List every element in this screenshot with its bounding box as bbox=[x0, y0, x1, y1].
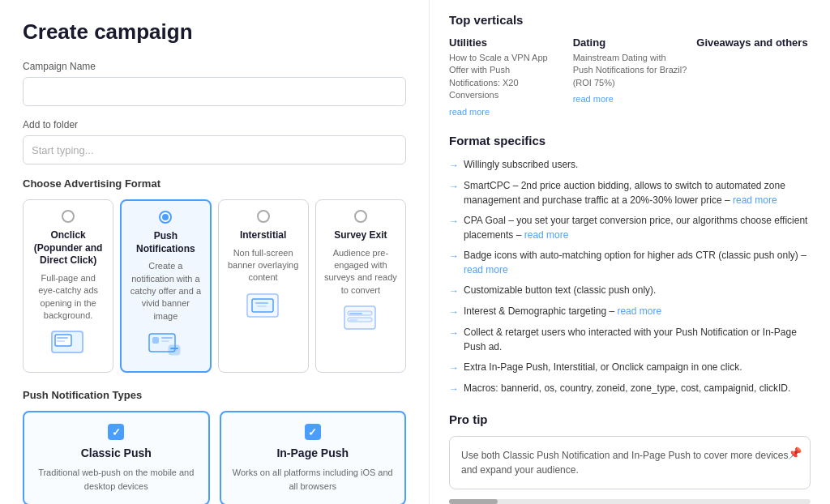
spec-link-2[interactable]: read more bbox=[733, 194, 777, 206]
push-card-inpage[interactable]: ✓ In-Page Push Works on all platforms in… bbox=[220, 411, 407, 504]
spec-text-9: Macros: bannerid, os, country, zoneid, z… bbox=[464, 381, 790, 395]
spec-text-4: Badge icons with auto-matching option fo… bbox=[464, 248, 811, 277]
spec-text-5: Customizable button text (classic push o… bbox=[464, 283, 656, 297]
spec-item-8: → Extra In-Page Push, Interstitial, or O… bbox=[449, 360, 811, 375]
arrow-icon-7: → bbox=[449, 326, 459, 340]
format-title-onclick: Onclick (Popunder and Direct Click) bbox=[32, 229, 105, 267]
format-specifics-list: → Willingly subscribed users. → SmartCPC… bbox=[449, 157, 811, 396]
radio-onclick bbox=[62, 210, 75, 223]
spec-text-6: Interest & Demographic targeting – read … bbox=[464, 304, 661, 318]
checkbox-classic: ✓ bbox=[108, 424, 124, 440]
spec-item-6: → Interest & Demographic targeting – rea… bbox=[449, 304, 811, 319]
arrow-icon-3: → bbox=[449, 214, 459, 229]
arrow-icon-9: → bbox=[449, 382, 459, 396]
campaign-name-label: Campaign Name bbox=[23, 61, 406, 72]
svg-rect-2 bbox=[57, 337, 68, 339]
left-panel: Create campaign Campaign Name Add to fol… bbox=[0, 0, 430, 504]
arrow-icon-8: → bbox=[449, 361, 459, 375]
campaign-name-input[interactable] bbox=[23, 77, 406, 106]
pro-tip-box: 📌 Use both Classic Push Notification and… bbox=[449, 436, 811, 489]
vertical-card-giveaways: Giveaways and others bbox=[696, 36, 811, 117]
push-types-label: Push Notification Types bbox=[23, 389, 406, 401]
format-desc-interstitial: Non full-screen banner overlaying conten… bbox=[227, 247, 300, 284]
svg-rect-5 bbox=[152, 337, 159, 344]
svg-rect-13 bbox=[257, 305, 267, 307]
format-desc-survey-exit: Audience pre-engaged with surveys and re… bbox=[324, 247, 397, 297]
svg-rect-9 bbox=[170, 348, 178, 349]
spec-text-7: Collect & retarget users who interacted … bbox=[464, 325, 811, 354]
spec-text-2: SmartCPC – 2nd price auction bidding, al… bbox=[464, 178, 811, 207]
pro-tip-text: Use both Classic Push Notification and I… bbox=[461, 450, 789, 476]
format-icon-interstitial bbox=[227, 291, 300, 323]
format-title-interstitial: Interstitial bbox=[227, 229, 300, 242]
spec-link-4[interactable]: read more bbox=[464, 264, 508, 275]
svg-rect-3 bbox=[57, 340, 65, 342]
format-card-interstitial[interactable]: Interstitial Non full-screen banner over… bbox=[218, 199, 309, 373]
vertical-card-dating: Dating Mainstream Dating with Push Notif… bbox=[573, 36, 687, 117]
format-specifics-title: Format specifics bbox=[449, 134, 811, 147]
spec-item-5: → Customizable button text (classic push… bbox=[449, 283, 811, 298]
format-desc-onclick: Full-page and eye-catchy ads opening in … bbox=[32, 272, 105, 322]
format-title-push: Push Notifications bbox=[130, 230, 201, 255]
add-to-folder-label: Add to folder bbox=[23, 119, 406, 130]
svg-rect-7 bbox=[161, 340, 169, 342]
top-verticals-grid: Utilities How to Scale a VPN App Offer w… bbox=[449, 36, 811, 117]
add-to-folder-input[interactable] bbox=[23, 135, 406, 164]
radio-interstitial bbox=[257, 210, 270, 223]
spec-item-3: → CPA Goal – you set your target convers… bbox=[449, 213, 811, 242]
vertical-readmore-utilities[interactable]: read more bbox=[449, 107, 490, 117]
spec-link-3[interactable]: read more bbox=[524, 229, 569, 241]
choose-format-label: Choose Advertising Format bbox=[23, 177, 406, 190]
format-card-survey-exit[interactable]: Survey Exit Audience pre-engaged with su… bbox=[315, 199, 406, 373]
top-verticals-title: Top verticals bbox=[449, 13, 811, 27]
radio-push bbox=[159, 211, 172, 224]
scrollbar-thumb bbox=[449, 499, 498, 504]
format-icon-onclick bbox=[32, 328, 105, 361]
ad-formats-grid: Onclick (Popunder and Direct Click) Full… bbox=[23, 199, 406, 373]
svg-rect-12 bbox=[255, 302, 268, 304]
classic-push-title: Classic Push bbox=[36, 446, 197, 459]
inpage-push-desc: Works on all platforms including iOS and… bbox=[233, 466, 394, 493]
inpage-push-title: In-Page Push bbox=[233, 446, 394, 459]
vertical-title-utilities: Utilities bbox=[449, 36, 563, 49]
svg-rect-8 bbox=[169, 345, 180, 355]
arrow-icon-2: → bbox=[449, 179, 459, 194]
arrow-icon-5: → bbox=[449, 284, 459, 298]
svg-rect-6 bbox=[161, 337, 173, 339]
pro-tip-title: Pro tip bbox=[449, 412, 811, 426]
push-card-classic[interactable]: ✓ Classic Push Traditional web-push on t… bbox=[23, 411, 210, 504]
spec-text-8: Extra In-Page Push, Interstitial, or Onc… bbox=[464, 360, 742, 374]
spec-item-1: → Willingly subscribed users. bbox=[449, 157, 811, 173]
scrollbar-hint[interactable] bbox=[449, 499, 811, 504]
spec-item-2: → SmartCPC – 2nd price auction bidding, … bbox=[449, 178, 811, 207]
arrow-icon-6: → bbox=[449, 305, 459, 319]
checkbox-inpage: ✓ bbox=[305, 424, 321, 440]
vertical-desc-utilities: How to Scale a VPN App Offer with Push N… bbox=[449, 52, 563, 102]
arrow-icon-1: → bbox=[449, 158, 459, 173]
format-card-push[interactable]: Push Notifications Create a notification… bbox=[120, 199, 211, 373]
vertical-title-giveaways: Giveaways and others bbox=[696, 36, 811, 49]
spec-text-3: CPA Goal – you set your target conversio… bbox=[464, 213, 811, 242]
format-card-onclick[interactable]: Onclick (Popunder and Direct Click) Full… bbox=[23, 199, 113, 373]
push-types-grid: ✓ Classic Push Traditional web-push on t… bbox=[23, 411, 406, 504]
vertical-title-dating: Dating bbox=[573, 36, 687, 49]
format-title-survey-exit: Survey Exit bbox=[324, 229, 397, 242]
spec-item-9: → Macros: bannerid, os, country, zoneid,… bbox=[449, 381, 811, 396]
radio-survey-exit bbox=[354, 210, 367, 223]
pin-icon: 📌 bbox=[788, 445, 802, 462]
spec-text-1: Willingly subscribed users. bbox=[464, 157, 578, 172]
svg-rect-18 bbox=[349, 319, 357, 321]
svg-rect-17 bbox=[349, 313, 362, 314]
format-icon-push bbox=[130, 329, 201, 361]
vertical-desc-dating: Mainstream Dating with Push Notification… bbox=[573, 52, 687, 89]
format-desc-push: Create a notification with a catchy offe… bbox=[130, 260, 201, 322]
spec-link-6[interactable]: read more bbox=[617, 305, 661, 317]
spec-item-4: → Badge icons with auto-matching option … bbox=[449, 248, 811, 277]
vertical-readmore-dating[interactable]: read more bbox=[573, 94, 614, 104]
spec-item-7: → Collect & retarget users who interacte… bbox=[449, 325, 811, 354]
right-panel: Top verticals Utilities How to Scale a V… bbox=[430, 0, 830, 504]
vertical-card-utilities: Utilities How to Scale a VPN App Offer w… bbox=[449, 36, 563, 117]
arrow-icon-4: → bbox=[449, 249, 459, 263]
classic-push-desc: Traditional web-push on the mobile and d… bbox=[36, 466, 197, 493]
page-title: Create campaign bbox=[23, 19, 406, 45]
